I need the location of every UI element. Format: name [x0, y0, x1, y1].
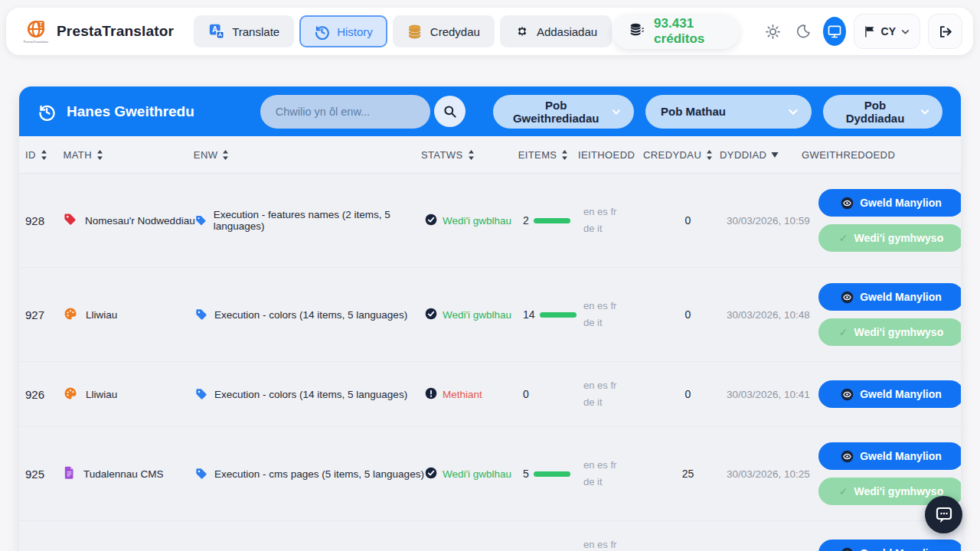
applied-button[interactable]: ✓ Wedi'i gymhwyso	[818, 318, 961, 346]
sort-icon	[468, 150, 475, 160]
row-type: Tudalennau CMS	[64, 466, 195, 481]
nav-item-addasiadau[interactable]: Addasiadau	[500, 15, 612, 47]
cms-page-icon	[64, 466, 75, 479]
applied-label: Wedi'i gymhwyso	[854, 485, 944, 497]
row-type-label: Tudalennau CMS	[83, 468, 164, 480]
theme-system-button[interactable]	[823, 17, 846, 46]
language-code: CY	[881, 25, 896, 37]
filter-dropdown-2[interactable]: Pob Dyddiadau	[823, 95, 942, 129]
logout-button[interactable]	[928, 14, 962, 49]
theme-light-button[interactable]	[761, 17, 784, 46]
column-header-credydau[interactable]: CREDYDAU	[643, 149, 720, 161]
view-details-button[interactable]: Gweld Manylion	[818, 380, 961, 408]
view-details-button[interactable]: Gweld Manylion	[818, 442, 961, 470]
applied-button[interactable]: ✓ Wedi'i gymhwyso	[818, 224, 961, 252]
tag-blue-icon	[195, 468, 207, 480]
column-header-eitems[interactable]: EITEMS	[518, 149, 578, 161]
row-status-label: Methiant	[443, 389, 482, 400]
history-panel: Hanes Gweithredu Pob GweithrediadauPob M…	[19, 86, 961, 551]
row-type-label: Lliwiau	[86, 309, 117, 321]
search-icon	[443, 104, 457, 119]
row-type: Lliwiau	[64, 386, 195, 403]
coins-icon	[407, 24, 423, 40]
row-status-label: Wedi'i gwblhau	[443, 468, 511, 480]
history-icon	[314, 24, 330, 40]
nav-item-translate[interactable]: ATranslate	[194, 15, 294, 47]
progress-bar	[534, 471, 570, 477]
nav-item-credydau[interactable]: Credydau	[393, 15, 495, 47]
row-type: Lliwiau	[64, 307, 195, 323]
chat-widget-button[interactable]	[925, 496, 962, 533]
row-name: Execution - colors (14 items, 5 language…	[195, 308, 425, 321]
row-credits: 0	[649, 214, 727, 227]
row-items-count: 0	[523, 388, 529, 400]
column-header-math[interactable]: MATH	[64, 149, 194, 161]
view-details-label: Gweld Manylion	[860, 291, 942, 303]
row-actions: Gweld Manylion ✓	[818, 380, 961, 408]
progress-bar	[534, 218, 570, 223]
column-label: ID	[25, 149, 36, 161]
row-status-label: Wedi'i gwblhau	[443, 309, 511, 321]
row-languages: en es fr de it	[583, 204, 649, 237]
row-date: 30/03/2026, 10:59	[727, 215, 809, 227]
row-credits: 25	[649, 468, 727, 480]
top-navbar: T PrestaTranslator PrestaTranslator ATra…	[6, 8, 973, 55]
navbar-right: 93.431 créditos CY	[612, 14, 962, 49]
eye-icon	[841, 388, 854, 401]
column-header-dyddiad[interactable]: DYDDIAD	[720, 149, 802, 161]
palette-icon	[64, 307, 77, 321]
search-input[interactable]	[260, 95, 430, 129]
column-label: STATWS	[421, 149, 463, 161]
error-circle-icon	[425, 387, 437, 399]
check-icon: ✓	[839, 326, 848, 338]
tag-blue-icon	[195, 214, 207, 227]
search-button[interactable]	[434, 96, 466, 127]
column-header-statws[interactable]: STATWS	[421, 149, 518, 161]
row-date: 30/03/2026, 10:48	[727, 309, 809, 321]
filter-dropdown-0[interactable]: Pob Gweithrediadau	[493, 95, 634, 129]
column-label: ENW	[194, 149, 218, 161]
check-icon: ✓	[839, 485, 848, 497]
eye-icon	[841, 197, 854, 210]
nav-item-history[interactable]: History	[299, 15, 387, 47]
table-row: 928 Nomesau'r Nodweddiau Execution - fea…	[19, 174, 961, 268]
chevron-down-icon	[611, 106, 622, 118]
row-languages: en es fr de it	[583, 298, 649, 331]
sort-icon	[561, 150, 568, 160]
row-type: Nomesau'r Nodweddiau	[64, 213, 195, 228]
column-label: MATH	[64, 149, 92, 161]
view-details-button[interactable]: Gweld Manylion	[818, 189, 961, 217]
logout-icon	[938, 24, 952, 39]
language-selector[interactable]: CY	[854, 14, 920, 49]
coins-dark-icon	[629, 21, 645, 41]
view-details-button[interactable]: Gweld Manylion	[818, 540, 961, 551]
check-icon: ✓	[839, 232, 848, 244]
nav-item-label: Translate	[232, 25, 279, 38]
row-status: Wedi'i gwblhau	[425, 214, 523, 228]
row-type-label: Nomesau'r Nodweddiau	[85, 215, 195, 227]
view-details-button[interactable]: Gweld Manylion	[818, 283, 961, 311]
column-header-enw[interactable]: ENW	[194, 149, 421, 161]
brand: T PrestaTranslator PrestaTranslator	[23, 18, 174, 44]
table-row: 925 Tudalennau CMS Execution - cms pages…	[19, 427, 961, 521]
tag-blue-icon	[195, 388, 207, 400]
theme-dark-button[interactable]	[792, 17, 815, 46]
row-actions: Gweld Manylion ✓	[818, 540, 961, 551]
chevron-down-icon	[900, 27, 910, 37]
row-name-label: Execution - colors (14 items, 5 language…	[214, 309, 407, 321]
eye-icon	[841, 450, 854, 463]
history-icon	[38, 103, 56, 121]
table-row: 927 Lliwiau Execution - colors (14 items…	[19, 268, 961, 362]
nav-item-label: History	[337, 25, 373, 38]
sun-icon	[765, 24, 781, 40]
column-header-id[interactable]: ID	[25, 149, 64, 161]
applied-label: Wedi'i gymhwyso	[854, 326, 944, 338]
palette-icon	[64, 386, 77, 400]
sort-desc-icon	[771, 152, 779, 158]
filter-bar: Pob GweithrediadauPob MathauPob Dyddiada…	[493, 95, 942, 129]
filter-dropdown-1[interactable]: Pob Mathau	[645, 95, 812, 129]
applied-label: Wedi'i gymhwyso	[854, 232, 944, 244]
view-details-label: Gweld Manylion	[860, 197, 942, 209]
row-id: 927	[25, 308, 64, 321]
panel-title: Hanes Gweithredu	[38, 103, 194, 121]
